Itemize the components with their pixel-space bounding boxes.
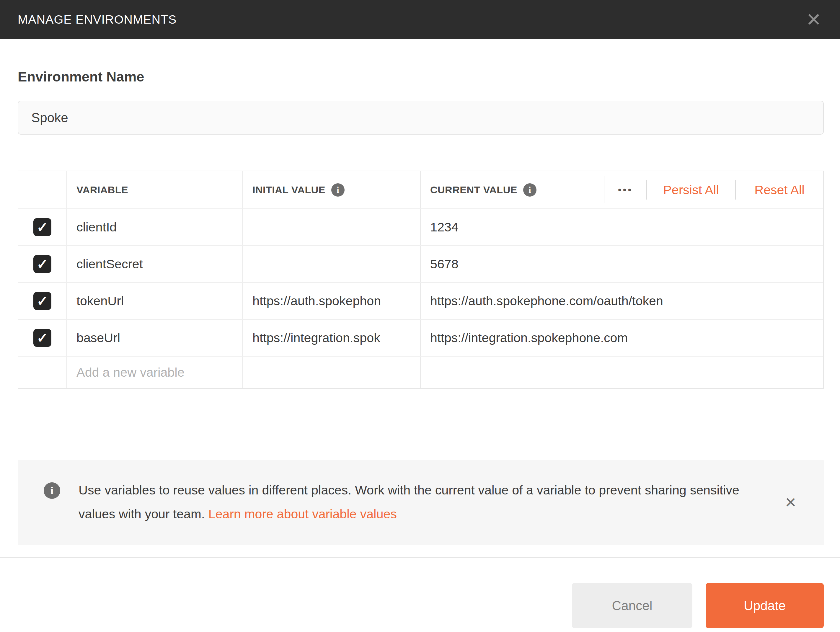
info-icon[interactable]: i (331, 183, 344, 197)
variable-name[interactable]: clientSecret (76, 257, 143, 271)
initial-value[interactable]: https://integration.spok (253, 331, 380, 345)
variables-info-banner: i Use variables to reuse values in diffe… (18, 460, 824, 545)
variable-name[interactable]: tokenUrl (76, 294, 124, 308)
banner-text: Use variables to reuse values in differe… (79, 478, 755, 526)
variable-name[interactable]: clientId (76, 220, 117, 234)
cancel-button[interactable]: Cancel (572, 583, 692, 628)
variable-name[interactable]: baseUrl (76, 331, 120, 345)
header-actions: ••• Persist All Reset All (604, 171, 823, 208)
header-variable: VARIABLE (67, 171, 243, 208)
header-initial-value: INITIAL VALUE i (243, 171, 421, 208)
learn-more-link[interactable]: Learn more about variable values (208, 507, 397, 521)
update-button[interactable]: Update (706, 583, 824, 628)
row-checkbox[interactable]: ✓ (33, 292, 51, 310)
current-value[interactable]: https://auth.spokephone.com/oauth/token (430, 294, 663, 308)
banner-close-icon[interactable]: ✕ (785, 496, 797, 510)
header-current-value: CURRENT VALUE i (421, 171, 604, 208)
current-value[interactable]: https://integration.spokephone.com (430, 331, 628, 345)
add-variable-row (18, 356, 823, 388)
dialog-titlebar: MANAGE ENVIRONMENTS ✕ (0, 0, 840, 39)
environment-name-input[interactable] (18, 101, 824, 135)
dialog-footer: Cancel Update (0, 558, 840, 628)
table-row: ✓ baseUrl https://integration.spok https… (18, 319, 823, 356)
close-icon[interactable]: ✕ (801, 11, 827, 29)
row-checkbox[interactable]: ✓ (33, 255, 51, 273)
table-row: ✓ clientSecret 5678 (18, 245, 823, 282)
header-checkbox-cell (18, 171, 67, 208)
environment-name-label: Environment Name (18, 68, 824, 85)
variables-table: VARIABLE INITIAL VALUE i CURRENT VALUE i… (18, 170, 824, 389)
info-icon[interactable]: i (523, 183, 537, 197)
reset-all-button[interactable]: Reset All (736, 183, 823, 197)
table-header-row: VARIABLE INITIAL VALUE i CURRENT VALUE i… (18, 171, 823, 208)
table-row: ✓ tokenUrl https://auth.spokephon https:… (18, 282, 823, 319)
persist-all-button[interactable]: Persist All (647, 183, 735, 197)
current-value[interactable]: 1234 (430, 220, 458, 234)
info-icon: i (44, 482, 60, 499)
initial-value[interactable]: https://auth.spokephon (253, 294, 381, 308)
dialog-title: MANAGE ENVIRONMENTS (18, 13, 177, 27)
add-variable-input[interactable] (76, 365, 242, 380)
row-checkbox[interactable]: ✓ (33, 218, 51, 236)
more-options-icon[interactable]: ••• (605, 184, 646, 196)
row-checkbox[interactable]: ✓ (33, 329, 51, 347)
current-value[interactable]: 5678 (430, 257, 458, 271)
table-row: ✓ clientId 1234 (18, 208, 823, 245)
